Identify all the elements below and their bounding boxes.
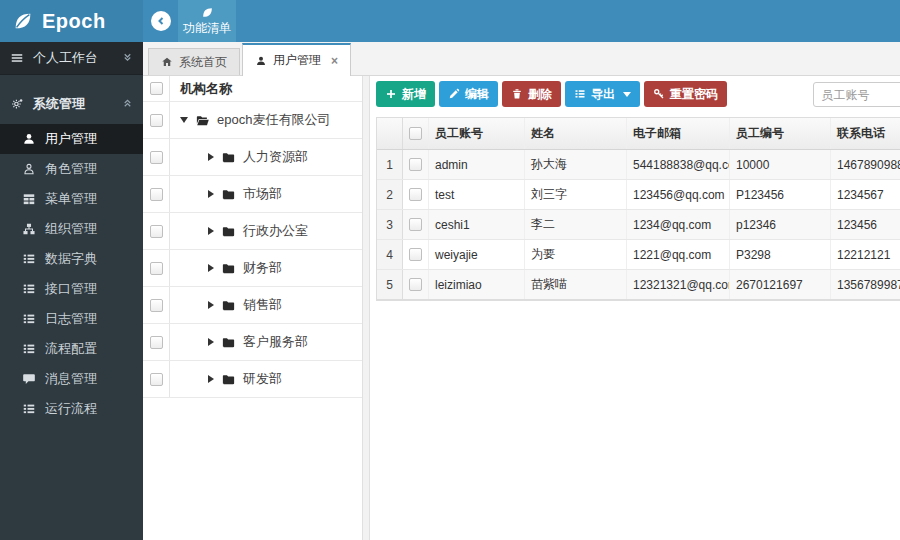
search-input[interactable] (813, 82, 900, 107)
tree-row[interactable]: 研发部 (143, 361, 362, 398)
tab-user-management[interactable]: 用户管理 × (242, 43, 351, 76)
rownum-header-cell (377, 118, 403, 149)
tree-node-checkbox[interactable] (150, 188, 163, 201)
table-row[interactable]: 1 admin 孙大海 544188838@qq.com 10000 14678… (377, 150, 900, 180)
caret-right-icon[interactable] (208, 153, 214, 161)
tree-row[interactable]: 市场部 (143, 176, 362, 213)
tree-row[interactable]: 行政办公室 (143, 213, 362, 250)
sidebar-item-process-config[interactable]: 流程配置 (0, 334, 143, 364)
tree-row[interactable]: 客户服务部 (143, 324, 362, 361)
select-all-checkbox[interactable] (409, 127, 422, 140)
sidebar-section-system[interactable]: 系统管理 (0, 84, 143, 124)
tree-node-checkbox[interactable] (150, 225, 163, 238)
tree-child-node[interactable]: 客户服务部 (170, 324, 362, 360)
row-checkbox[interactable] (409, 158, 422, 171)
menu-grid-icon (22, 192, 36, 206)
folder-icon (221, 150, 236, 165)
sidebar-item-menu-management[interactable]: 菜单管理 (0, 184, 143, 214)
role-icon (22, 162, 36, 176)
sidebar-item-running-process[interactable]: 运行流程 (0, 394, 143, 424)
column-header-account[interactable]: 员工账号 (429, 118, 525, 149)
caret-right-icon[interactable] (208, 264, 214, 272)
tree-node-label: 财务部 (243, 259, 282, 277)
caret-right-icon[interactable] (208, 301, 214, 309)
cell-account: leizimiao (429, 270, 525, 299)
plus-icon (385, 88, 397, 100)
tree-node-checkbox[interactable] (150, 299, 163, 312)
table-row[interactable]: 3 ceshi1 李二 1234@qq.com p12346 123456 (377, 210, 900, 240)
tree-node-label: epoch麦任有限公司 (217, 111, 330, 129)
tree-row[interactable]: 人力资源部 (143, 139, 362, 176)
tree-row[interactable]: 销售部 (143, 287, 362, 324)
tree-child-node[interactable]: 行政办公室 (170, 213, 362, 249)
sidebar-item-workbench[interactable]: 个人工作台 (0, 42, 143, 75)
table-row[interactable]: 4 weiyajie 为要 1221@qq.com P3298 12212121 (377, 240, 900, 270)
caret-right-icon[interactable] (208, 227, 214, 235)
export-button[interactable]: 导出 (565, 81, 640, 107)
caret-right-icon[interactable] (208, 375, 214, 383)
tree-child-node[interactable]: 财务部 (170, 250, 362, 286)
row-checkbox[interactable] (409, 248, 422, 261)
sidebar-item-user-management[interactable]: 用户管理 (0, 124, 143, 154)
tree-node-checkbox[interactable] (150, 114, 163, 127)
add-button[interactable]: 新增 (376, 81, 435, 107)
sidebar-item-org-management[interactable]: 组织管理 (0, 214, 143, 244)
edit-button[interactable]: 编辑 (439, 81, 498, 107)
key-icon (653, 88, 665, 100)
sidebar-item-log-management[interactable]: 日志管理 (0, 304, 143, 334)
caret-right-icon[interactable] (208, 338, 214, 346)
reset-password-button[interactable]: 重置密码 (644, 81, 727, 107)
tree-checkbox-cell (143, 250, 170, 286)
tree-row[interactable]: 财务部 (143, 250, 362, 287)
list-icon (22, 342, 36, 356)
menu-item-label: 接口管理 (45, 280, 97, 298)
row-checkbox[interactable] (409, 188, 422, 201)
tab-system-home[interactable]: 系统首页 (148, 48, 240, 75)
tree-node-checkbox[interactable] (150, 151, 163, 164)
tree-node-label: 销售部 (243, 296, 282, 314)
column-header-phone[interactable]: 联系电话 (831, 118, 900, 149)
cell-employee-no: p12346 (730, 210, 831, 239)
function-list-tab[interactable]: 功能清单 (178, 0, 236, 42)
tree-node-checkbox[interactable] (150, 262, 163, 275)
cell-account: test (429, 180, 525, 209)
list-icon (22, 312, 36, 326)
tree-child-node[interactable]: 市场部 (170, 176, 362, 212)
sidebar-collapse-button[interactable] (151, 11, 171, 31)
tree-node-checkbox[interactable] (150, 336, 163, 349)
tree-child-node[interactable]: 研发部 (170, 361, 362, 397)
caret-down-icon[interactable] (180, 117, 188, 123)
tree-root-node[interactable]: epoch麦任有限公司 (170, 102, 362, 138)
close-icon[interactable]: × (331, 54, 338, 68)
column-header-email[interactable]: 电子邮箱 (627, 118, 730, 149)
row-checkbox[interactable] (409, 278, 422, 291)
table-row[interactable]: 5 leizimiao 苗紫喵 12321321@qq.com 26701216… (377, 270, 900, 300)
select-all-checkbox[interactable] (150, 82, 163, 95)
cell-phone: 123456 (831, 210, 900, 239)
chevron-double-up-icon (122, 97, 133, 112)
menu-item-label: 运行流程 (45, 400, 97, 418)
folder-open-icon (195, 113, 210, 128)
table-row[interactable]: 2 test 刘三字 123456@qq.com P123456 1234567 (377, 180, 900, 210)
tree-root-row[interactable]: epoch麦任有限公司 (143, 102, 362, 139)
tree-child-node[interactable]: 人力资源部 (170, 139, 362, 175)
row-checkbox[interactable] (409, 218, 422, 231)
sidebar-item-message-management[interactable]: 消息管理 (0, 364, 143, 394)
panel-splitter[interactable] (362, 76, 370, 540)
cell-employee-no: P123456 (730, 180, 831, 209)
menu-item-label: 日志管理 (45, 310, 97, 328)
column-header-name[interactable]: 姓名 (525, 118, 627, 149)
tree-checkbox-cell (143, 176, 170, 212)
delete-button[interactable]: 删除 (502, 81, 561, 107)
rownum-cell: 4 (377, 240, 403, 269)
column-header-employee-no[interactable]: 员工编号 (730, 118, 831, 149)
sidebar-item-data-dictionary[interactable]: 数据字典 (0, 244, 143, 274)
tree-child-node[interactable]: 销售部 (170, 287, 362, 323)
cell-name: 刘三字 (525, 180, 627, 209)
sidebar-item-interface-management[interactable]: 接口管理 (0, 274, 143, 304)
caret-right-icon[interactable] (208, 190, 214, 198)
chevron-left-icon (155, 15, 167, 27)
sidebar-item-role-management[interactable]: 角色管理 (0, 154, 143, 184)
message-icon (22, 372, 36, 386)
tree-node-checkbox[interactable] (150, 373, 163, 386)
